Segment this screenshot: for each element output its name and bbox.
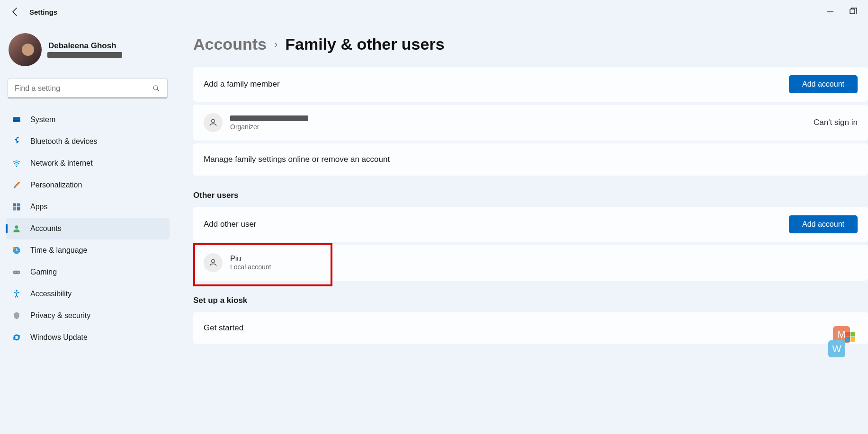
maximize-button[interactable] (847, 6, 859, 18)
accessibility-icon (11, 289, 22, 299)
sidebar-item-label: Accessibility (30, 290, 72, 298)
other-user-type: Local account (230, 263, 271, 271)
sidebar-item-label: Gaming (30, 268, 57, 276)
wifi-icon (11, 158, 22, 168)
sidebar-item-gaming[interactable]: Gaming (6, 261, 170, 283)
system-icon (11, 115, 22, 125)
svg-rect-15 (13, 271, 20, 275)
chevron-right-icon: › (274, 38, 277, 51)
sidebar-item-label: Accounts (30, 224, 62, 233)
avatar (9, 33, 42, 66)
page-title: Family & other users (285, 35, 444, 53)
add-family-label: Add a family member (204, 80, 280, 89)
search-input-wrap[interactable] (8, 79, 168, 98)
svg-rect-10 (13, 207, 17, 211)
kiosk-heading: Set up a kiosk (193, 296, 868, 305)
nav: System Bluetooth & devices Network & int… (6, 109, 170, 348)
search-icon (152, 84, 161, 93)
add-other-user-card: Add other user Add account (193, 207, 868, 242)
svg-point-6 (16, 166, 18, 167)
maximize-icon (847, 6, 859, 18)
svg-rect-1 (850, 9, 855, 14)
svg-rect-5 (13, 120, 20, 122)
breadcrumb: Accounts › Family & other users (193, 35, 868, 53)
minimize-icon (824, 6, 836, 18)
breadcrumb-parent[interactable]: Accounts (193, 35, 267, 53)
back-button[interactable] (9, 6, 21, 18)
svg-point-16 (15, 272, 16, 273)
sidebar-item-label: Network & internet (30, 159, 93, 168)
sidebar-item-time[interactable]: Time & language (6, 239, 170, 261)
sidebar-item-bluetooth[interactable]: Bluetooth & devices (6, 131, 170, 152)
family-member-status: Can't sign in (814, 118, 858, 127)
apps-icon (11, 202, 22, 212)
kiosk-get-started-label: Get started (204, 323, 243, 333)
svg-point-20 (212, 259, 215, 263)
shield-icon (11, 310, 22, 321)
watermark-logo: M W (828, 326, 850, 357)
manage-family-label: Manage family settings online or remove … (204, 155, 390, 164)
main-content: Accounts › Family & other users Add a fa… (175, 24, 868, 434)
gamepad-icon (11, 267, 22, 277)
sidebar: Debaleena Ghosh dredactedredactedredam S… (0, 24, 175, 434)
sidebar-item-update[interactable]: Windows Update (6, 327, 170, 348)
profile-block[interactable]: Debaleena Ghosh dredactedredactedredam (6, 33, 170, 75)
minimize-button[interactable] (824, 6, 836, 18)
add-family-account-button[interactable]: Add account (789, 75, 858, 93)
svg-rect-11 (17, 207, 20, 211)
svg-line-3 (157, 89, 159, 91)
profile-email: dredactedredactedredam (48, 51, 122, 58)
bluetooth-icon (11, 136, 22, 147)
svg-point-17 (18, 272, 18, 273)
sidebar-item-label: Bluetooth & devices (30, 137, 97, 146)
add-family-card: Add a family member Add account (193, 67, 868, 102)
other-user-name: Piu (230, 255, 271, 263)
add-other-account-button[interactable]: Add account (789, 215, 858, 233)
add-other-user-label: Add other user (204, 220, 257, 229)
kiosk-card[interactable]: Get started (193, 312, 868, 344)
sidebar-item-label: Apps (30, 203, 47, 211)
clock-icon (11, 245, 22, 256)
family-member-role: Organizer (230, 123, 315, 131)
profile-name: Debaleena Ghosh (48, 41, 122, 51)
search-input[interactable] (15, 84, 152, 93)
sidebar-item-system[interactable]: System (6, 109, 170, 131)
svg-point-14 (13, 247, 15, 249)
svg-point-2 (153, 86, 158, 90)
svg-point-18 (16, 290, 18, 292)
arrow-left-icon (9, 6, 21, 18)
sidebar-item-label: Personalization (30, 181, 82, 189)
sidebar-item-apps[interactable]: Apps (6, 196, 170, 218)
titlebar: Settings (0, 0, 868, 24)
other-users-heading: Other users (193, 191, 868, 200)
sidebar-item-accessibility[interactable]: Accessibility (6, 283, 170, 305)
person-icon (204, 113, 223, 132)
sidebar-item-network[interactable]: Network & internet (6, 152, 170, 174)
sidebar-item-personalization[interactable]: Personalization (6, 174, 170, 196)
svg-rect-8 (13, 204, 17, 207)
sidebar-item-label: Time & language (30, 246, 87, 255)
sidebar-item-accounts[interactable]: Accounts (6, 218, 170, 239)
svg-point-12 (15, 225, 18, 229)
windows-icon (845, 332, 856, 342)
sidebar-item-label: Windows Update (30, 333, 88, 342)
family-member-card[interactable]: redactedredactedredm Organizer Can't sig… (193, 105, 868, 141)
family-member-email: redactedredactedredm (230, 115, 315, 123)
watermark-w-tile: W (828, 340, 845, 357)
sidebar-item-label: Privacy & security (30, 311, 90, 320)
sidebar-item-label: System (30, 115, 55, 124)
svg-rect-9 (17, 204, 20, 207)
other-user-card[interactable]: Piu Local account (193, 245, 868, 281)
update-icon (11, 332, 22, 343)
manage-family-card[interactable]: Manage family settings online or remove … (193, 143, 868, 176)
sidebar-item-privacy[interactable]: Privacy & security (6, 305, 170, 327)
person-icon (11, 223, 22, 234)
app-title: Settings (29, 8, 57, 16)
person-icon (204, 253, 223, 272)
svg-point-19 (212, 119, 215, 123)
brush-icon (11, 180, 22, 190)
